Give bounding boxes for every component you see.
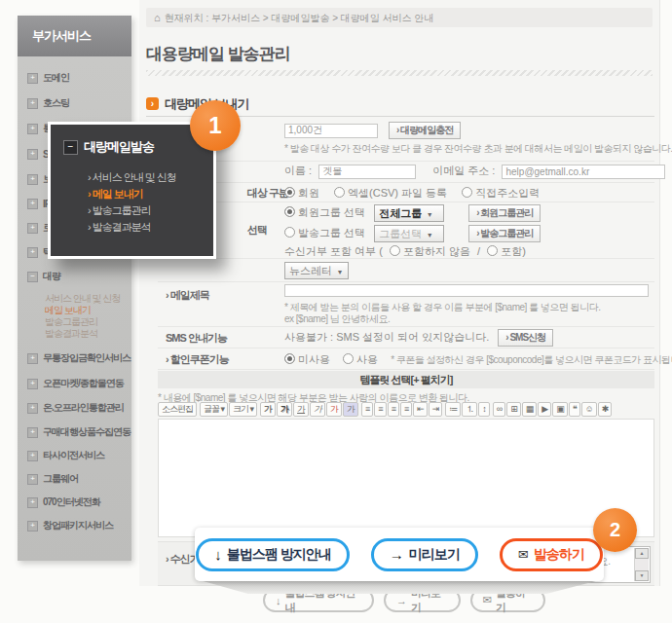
highlight-button[interactable]: 가 <box>343 402 358 417</box>
plus-icon: + <box>27 497 38 508</box>
send-group-select[interactable]: 그룹선택▾ <box>374 225 444 242</box>
sidebar-item-openmarket[interactable]: +오픈마켓/종합몰연동 <box>27 378 124 389</box>
media-icon[interactable]: ▶ <box>538 402 551 417</box>
plus-icon: + <box>27 247 38 258</box>
numbered-list-button[interactable]: ⒈ <box>462 402 477 417</box>
radio-member-group[interactable] <box>284 206 295 217</box>
member-group-manage-button[interactable]: › 회원그룹관리 <box>468 204 541 222</box>
italic-button[interactable]: 가 <box>310 402 325 417</box>
member-group-select[interactable]: 전체그룹▾ <box>374 204 444 222</box>
sidebar-item-onoffline[interactable]: +온.오프라인통합관리 <box>27 402 124 414</box>
plus-icon: + <box>27 403 38 414</box>
book-icon[interactable]: ▣ <box>552 402 568 417</box>
font-family-select[interactable]: 글꼴 ▾ <box>200 402 228 417</box>
underline-button[interactable]: 가 <box>293 402 309 417</box>
member-group-label: 회원그룹 선택 <box>298 206 365 218</box>
coupon-used-label: 사용 <box>356 353 378 365</box>
sender-email-label: 이메일 주소 : <box>432 165 495 176</box>
source-edit-button[interactable]: 소스편집 <box>158 402 197 417</box>
target-option-member: 회원 <box>298 187 319 199</box>
bold-button[interactable]: 가 <box>260 402 276 417</box>
special-char-icon[interactable]: ✱ <box>598 402 613 417</box>
align-justify-button[interactable]: ≡ <box>400 402 412 417</box>
line-height-button[interactable]: ↕ <box>478 402 490 417</box>
sidebar-item-domain[interactable]: +도메인 <box>27 72 69 84</box>
scroll-down-icon[interactable]: ▼ <box>635 570 649 581</box>
image-icon[interactable]: ▦ <box>522 402 538 417</box>
indent-button[interactable]: ⇥ <box>429 402 443 417</box>
sidebar-subitem-stats[interactable]: 발송결과분석 <box>45 327 97 341</box>
radio-csv[interactable] <box>334 187 345 198</box>
plus-icon: + <box>27 174 38 185</box>
emoticon-icon[interactable]: ☺ <box>581 402 597 417</box>
quota-input[interactable] <box>284 124 378 138</box>
plus-icon: + <box>27 451 38 461</box>
scroll-up-icon[interactable]: ▲ <box>635 548 649 559</box>
step-1-badge: 1 <box>190 100 241 151</box>
editor-body[interactable] <box>158 419 654 537</box>
minus-icon: − <box>27 272 38 282</box>
font-size-select[interactable]: 크기 ▾ <box>229 402 257 417</box>
sms-label: SMS 안내기능 <box>166 331 227 346</box>
sidebar-item-migration[interactable]: +타사이전서비스 <box>27 450 104 461</box>
popup-item-result-stats[interactable]: › 발송결과분석 <box>88 220 151 235</box>
coupon-note: * 쿠폰을 설정하신 경우 [$couponcode]를 넣으시면 쿠폰코드가 … <box>391 354 672 365</box>
send-button[interactable]: ✉ 발송하기 <box>500 538 603 571</box>
align-right-button[interactable]: ≡ <box>388 402 399 417</box>
coupon-unused-label: 미사용 <box>298 353 330 365</box>
plus-icon: + <box>27 353 38 364</box>
outdent-button[interactable]: ⇤ <box>413 402 428 417</box>
sender-name-input[interactable] <box>318 165 416 179</box>
radio-member[interactable] <box>284 187 295 198</box>
template-select-bar[interactable]: 템플릿 선택[+ 펼치기] <box>158 371 654 388</box>
sidebar-item-deposit[interactable]: +무통장입금확인서비스 <box>27 352 131 364</box>
radio-send-group[interactable] <box>284 227 295 238</box>
mail-type-select[interactable]: 뉴스레터▾ <box>284 262 349 279</box>
popup-header[interactable]: − 대량메일발송 <box>63 138 154 156</box>
preview-button[interactable]: → 미리보기 <box>371 538 478 571</box>
title-divider <box>146 70 653 76</box>
popup-item-guide[interactable]: › 서비스 안내 및 신청 <box>88 170 176 185</box>
spam-guide-button[interactable]: ↓ 불법스팸 방지안내 <box>196 538 349 571</box>
action-overlay-panel: ↓ 불법스팸 방지안내 → 미리보기 ✉ 발송하기 <box>195 528 604 581</box>
shadow-button[interactable]: 가 <box>277 402 292 417</box>
subject-input[interactable] <box>284 284 649 297</box>
radio-direct[interactable] <box>462 187 472 198</box>
link-icon[interactable]: ∞ <box>493 402 505 417</box>
radio-coupon-used[interactable] <box>343 353 354 364</box>
sidebar-item-hosting[interactable]: +호스팅 <box>27 97 69 109</box>
arrow-down-icon: ↓ <box>214 546 221 563</box>
sidebar-item-startup[interactable]: +창업패키지서비스 <box>27 520 113 531</box>
sidebar-item-bulkmail[interactable]: −대량 <box>27 271 60 282</box>
radio-coupon-unused[interactable] <box>284 353 295 364</box>
radio-optout-yes[interactable] <box>487 245 498 256</box>
plus-icon: + <box>27 199 38 209</box>
select-label: 선택 <box>247 223 267 238</box>
popup-item-group-manage[interactable]: › 발송그룹관리 <box>88 203 151 218</box>
send-group-manage-button[interactable]: › 발송그룹관리 <box>468 225 541 242</box>
plus-icon: + <box>27 427 38 438</box>
scrollbar[interactable]: ▲ ▼ <box>634 548 649 581</box>
sidebar-item-purchase[interactable]: +구매대행상품수집연동 <box>27 426 131 438</box>
sidebar-item-groupware[interactable]: +그룹웨어 <box>27 473 78 485</box>
quote-icon[interactable]: ❝ <box>569 402 580 417</box>
target-option-csv: 엑셀(CSV) 파일 등록 <box>348 187 447 199</box>
sms-apply-button[interactable]: › SMS신청 <box>498 329 553 347</box>
quota-note: * 발송 대상 수가 잔여수량 보다 클 경우 잔여수량 초과 분에 대해서는 … <box>284 142 672 156</box>
breadcrumb: ⌂현재위치 : 부가서비스 > 대량메일발송 > 대량메일 서비스 안내 <box>146 8 653 27</box>
bullet-list-button[interactable]: ≔ <box>445 402 461 417</box>
font-color-button[interactable]: 가 <box>326 402 342 417</box>
target-option-direct: 직접주소입력 <box>475 187 540 199</box>
coupon-row: › 할인쿠폰기능 미사용 사용 * 쿠폰을 설정하신 경우 [$couponco… <box>158 348 654 370</box>
popup-item-send-mail[interactable]: › 메일 보내기 <box>88 187 143 202</box>
overlay-shadow <box>195 581 604 594</box>
charge-mail-button[interactable]: › 대량메일충전 <box>389 122 461 139</box>
align-left-button[interactable]: ≡ <box>361 402 373 417</box>
align-center-button[interactable]: ≡ <box>374 402 386 417</box>
radio-optout-no[interactable] <box>390 245 400 256</box>
chevron-down-icon: ▾ <box>428 210 431 219</box>
table-icon[interactable]: ⊞ <box>506 402 521 417</box>
sender-email-input[interactable] <box>502 165 665 179</box>
arrow-down-icon: ↓ <box>276 595 280 606</box>
sidebar-item-voip[interactable]: +070인터넷전화 <box>27 496 100 508</box>
